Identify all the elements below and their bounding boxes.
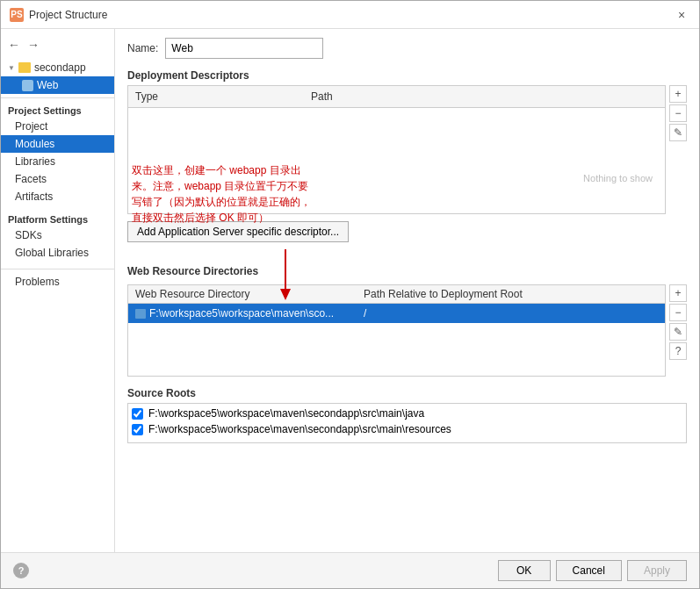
tree-child-label: Web bbox=[37, 79, 58, 91]
sidebar-item-problems[interactable]: Problems bbox=[1, 273, 114, 291]
annotation-line3: 写错了（因为默认的位置就是正确的， bbox=[132, 194, 311, 210]
add-wr-btn[interactable]: + bbox=[669, 284, 687, 302]
annotation-line2: 来。注意，webapp 目录位置千万不要 bbox=[132, 178, 311, 194]
title-bar-controls: × bbox=[673, 6, 690, 24]
title-bar: PS Project Structure × bbox=[1, 1, 699, 29]
global-libraries-label: Global Libraries bbox=[15, 247, 89, 259]
app-icon: PS bbox=[10, 8, 24, 22]
add-descriptor-button[interactable]: Add Application Server specific descript… bbox=[127, 221, 349, 242]
project-label: Project bbox=[15, 120, 47, 133]
help-button[interactable]: ? bbox=[13, 563, 29, 578]
wr-dir-cell: F:\workspace5\workspace\maven\sco... bbox=[128, 305, 357, 321]
source-root-path-1: F:\workspace5\workspace\maven\secondapp\… bbox=[148, 423, 451, 435]
edit-deployment-btn[interactable]: ✎ bbox=[669, 124, 687, 141]
sidebar-item-artifacts[interactable]: Artifacts bbox=[1, 188, 114, 205]
wr-table: Web Resource Directory Path Relative to … bbox=[127, 284, 666, 377]
nav-toolbar: ← → bbox=[1, 34, 114, 55]
tree-parent[interactable]: ▼ secondapp bbox=[1, 59, 114, 76]
deployment-table: Type Path 双击这里，创建一个 webapp 目录出 来。注意，weba… bbox=[127, 85, 666, 214]
sidebar-item-sdks[interactable]: SDKs bbox=[1, 226, 114, 244]
title-bar-left: PS Project Structure bbox=[10, 8, 107, 22]
source-root-row-0: F:\workspace5\workspace\maven\secondapp\… bbox=[132, 407, 682, 420]
dialog-title: Project Structure bbox=[29, 9, 107, 21]
add-descriptor-container: Add Application Server specific descript… bbox=[127, 221, 687, 255]
wr-folder-icon bbox=[135, 309, 146, 319]
source-roots-header: Source Roots bbox=[127, 387, 687, 399]
tree-parent-label: secondapp bbox=[34, 61, 86, 74]
help-wr-btn[interactable]: ? bbox=[669, 342, 687, 360]
wr-dir-col-header: Web Resource Directory bbox=[128, 285, 357, 303]
name-row: Name: bbox=[127, 38, 687, 59]
deployment-table-wrapper: Type Path 双击这里，创建一个 webapp 目录出 来。注意，weba… bbox=[127, 85, 666, 221]
deployment-side-buttons: + − ✎ bbox=[669, 85, 687, 141]
wr-table-wrapper: Web Resource Directory Path Relative to … bbox=[127, 284, 666, 384]
type-col-header: Type bbox=[128, 89, 304, 104]
problems-label: Problems bbox=[15, 276, 60, 288]
deployment-table-header: Type Path bbox=[128, 86, 665, 108]
deployment-descriptors-header: Deployment Descriptors bbox=[127, 69, 687, 82]
wr-path-col-header: Path Relative to Deployment Root bbox=[357, 285, 665, 303]
facets-label: Facets bbox=[15, 173, 47, 185]
sidebar-item-libraries[interactable]: Libraries bbox=[1, 153, 114, 170]
source-roots-section: Source Roots F:\workspace5\workspace\mav… bbox=[127, 387, 687, 450]
sdks-label: SDKs bbox=[15, 229, 42, 241]
nothing-to-show: Nothing to show bbox=[580, 169, 656, 187]
libraries-label: Libraries bbox=[15, 155, 55, 168]
source-root-path-0: F:\workspace5\workspace\maven\secondapp\… bbox=[148, 407, 424, 420]
name-label: Name: bbox=[127, 42, 158, 54]
artifacts-label: Artifacts bbox=[15, 190, 53, 203]
source-root-checkbox-0[interactable] bbox=[132, 408, 143, 420]
project-structure-dialog: PS Project Structure × ← → ▼ secondapp W… bbox=[0, 0, 700, 589]
sidebar-item-modules[interactable]: Modules bbox=[1, 135, 114, 153]
wr-dir-value: F:\workspace5\workspace\maven\sco... bbox=[149, 307, 334, 320]
wr-table-header: Web Resource Directory Path Relative to … bbox=[128, 285, 665, 304]
tree-expand-icon: ▼ bbox=[8, 64, 15, 72]
project-settings-label: Project Settings bbox=[1, 102, 114, 118]
deployment-table-body: 双击这里，创建一个 webapp 目录出 来。注意，webapp 目录位置千万不… bbox=[128, 108, 665, 213]
close-button[interactable]: × bbox=[673, 6, 690, 24]
wr-side-buttons: + − ✎ ? bbox=[669, 284, 687, 360]
folder-icon bbox=[18, 62, 31, 73]
path-col-header: Path bbox=[304, 89, 665, 104]
main-panel: Name: Deployment Descriptors Type Path 双… bbox=[115, 29, 699, 552]
modules-label: Modules bbox=[15, 138, 54, 150]
web-resource-directories-header: Web Resource Directories bbox=[127, 265, 687, 277]
ok-button[interactable]: OK bbox=[498, 560, 551, 581]
tree-child[interactable]: Web bbox=[1, 76, 114, 94]
wr-table-row[interactable]: F:\workspace5\workspace\maven\sco... / bbox=[128, 304, 665, 323]
bottom-bar: ? OK Cancel Apply bbox=[1, 552, 699, 588]
wr-path-cell: / bbox=[357, 305, 665, 321]
remove-wr-btn[interactable]: − bbox=[669, 304, 687, 321]
source-root-checkbox-1[interactable] bbox=[132, 424, 143, 435]
sidebar-item-global-libraries[interactable]: Global Libraries bbox=[1, 244, 114, 262]
remove-deployment-btn[interactable]: − bbox=[669, 104, 687, 122]
annotation-overlay: 双击这里，创建一个 webapp 目录出 来。注意，webapp 目录位置千万不… bbox=[128, 161, 314, 227]
name-input[interactable] bbox=[165, 38, 323, 59]
sidebar: ← → ▼ secondapp Web Project Settings Pro… bbox=[1, 29, 115, 552]
apply-button[interactable]: Apply bbox=[627, 560, 687, 581]
web-file-icon bbox=[22, 80, 33, 91]
source-root-row-1: F:\workspace5\workspace\maven\secondapp\… bbox=[132, 423, 682, 435]
dialog-buttons: OK Cancel Apply bbox=[498, 560, 687, 581]
cancel-button[interactable]: Cancel bbox=[556, 560, 622, 581]
edit-wr-btn[interactable]: ✎ bbox=[669, 323, 687, 341]
sidebar-item-facets[interactable]: Facets bbox=[1, 170, 114, 188]
content-area: ← → ▼ secondapp Web Project Settings Pro… bbox=[1, 29, 699, 552]
forward-button[interactable]: → bbox=[25, 36, 41, 54]
back-button[interactable]: ← bbox=[6, 36, 22, 54]
source-roots-panel: F:\workspace5\workspace\maven\secondapp\… bbox=[127, 403, 687, 443]
wr-empty-area bbox=[128, 323, 665, 376]
annotation-line1: 双击这里，创建一个 webapp 目录出 bbox=[132, 162, 311, 178]
add-deployment-btn[interactable]: + bbox=[669, 85, 687, 103]
platform-settings-label: Platform Settings bbox=[1, 211, 114, 226]
sidebar-item-project[interactable]: Project bbox=[1, 118, 114, 135]
